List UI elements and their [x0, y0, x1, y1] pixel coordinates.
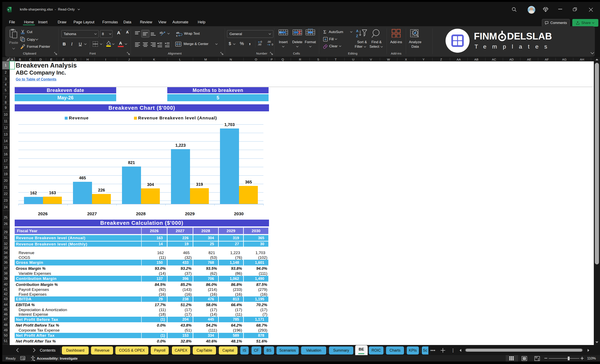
svg-text:A: A: [356, 29, 358, 33]
svg-text:Z: Z: [356, 34, 358, 38]
svg-text:ab: ab: [176, 31, 179, 34]
svg-text:ab: ab: [159, 31, 163, 34]
svg-text:x: x: [8, 8, 9, 11]
svg-text:c: c: [176, 34, 178, 37]
